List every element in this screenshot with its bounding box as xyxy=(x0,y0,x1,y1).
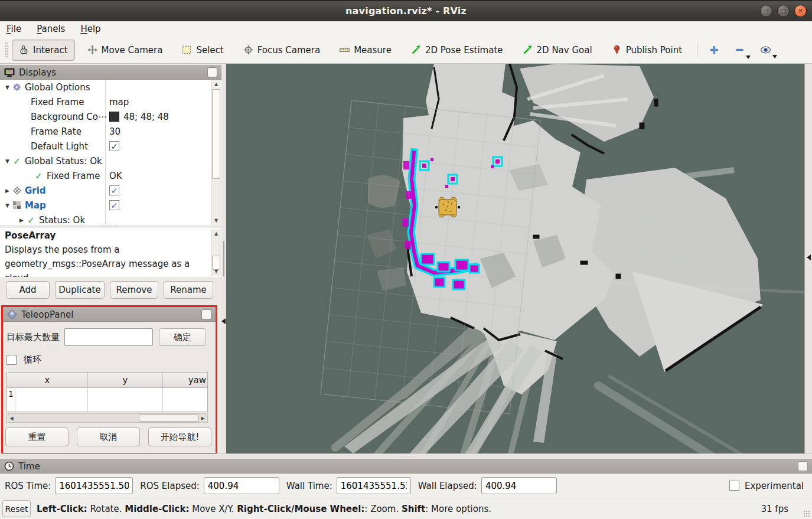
scroll-up-icon[interactable]: ▲ xyxy=(211,229,221,238)
scrollbar-thumb[interactable] xyxy=(139,414,199,422)
fixed-frame-status-value: OK xyxy=(109,168,122,183)
teleop-panel-header[interactable]: TeleopPanel xyxy=(3,307,216,322)
reset-button[interactable]: Reset xyxy=(2,500,31,517)
description-scrollbar[interactable]: ▲ ▼ xyxy=(211,229,221,276)
selection-box-icon xyxy=(182,45,192,55)
display-description-panel: PoseArray Displays the poses from a geom… xyxy=(0,228,221,277)
menu-help[interactable]: Help xyxy=(80,24,100,34)
row-header[interactable]: 1 xyxy=(7,388,15,412)
ros-time-input[interactable] xyxy=(55,477,133,494)
title-bar[interactable]: navigation.rviz* - RViz − □ ✕ xyxy=(0,0,812,21)
minimize-button[interactable]: − xyxy=(760,5,772,17)
cell-y[interactable] xyxy=(88,388,163,412)
ros-elapsed-label: ROS Elapsed: xyxy=(140,481,200,491)
displays-scrollbar[interactable]: ▲ ▼ xyxy=(211,80,221,225)
column-header-yaw[interactable]: yaw xyxy=(163,373,207,388)
interact-tool-button[interactable]: Interact xyxy=(12,40,75,61)
measure-tool-button[interactable]: Measure xyxy=(332,40,399,61)
tree-row-fixed-frame[interactable]: Fixed Frame map xyxy=(0,94,221,109)
tree-row-default-light[interactable]: Default Light ✓ xyxy=(0,139,221,154)
wall-time-label: Wall Time: xyxy=(286,481,332,491)
move-camera-tool-button[interactable]: Move Camera xyxy=(80,40,170,61)
select-tool-button[interactable]: Select xyxy=(175,40,230,61)
add-button[interactable]: Add xyxy=(6,281,50,299)
grid-checkbox[interactable]: ✓ xyxy=(109,185,119,195)
bottom-dock-splitter[interactable]: ······ xyxy=(0,453,812,459)
chevron-down-icon[interactable] xyxy=(746,56,751,59)
color-swatch[interactable] xyxy=(109,112,119,122)
tree-row-background-color[interactable]: Background Co⋯ 48; 48; 48 xyxy=(0,109,221,124)
panel-float-button[interactable] xyxy=(201,309,211,319)
cell-x[interactable] xyxy=(15,388,88,412)
close-button[interactable]: ✕ xyxy=(794,5,807,17)
zoom-out-button[interactable] xyxy=(730,43,749,57)
duplicate-button[interactable]: Duplicate xyxy=(55,281,105,299)
wall-elapsed-input[interactable] xyxy=(481,477,557,494)
frame-rate-value[interactable]: 30 xyxy=(109,124,120,139)
expander-down-icon[interactable]: ▼ xyxy=(4,84,11,90)
chevron-down-icon[interactable] xyxy=(772,55,777,58)
start-navigation-button[interactable]: 开始导航! xyxy=(148,427,211,446)
camera-view-button[interactable] xyxy=(755,43,776,57)
resize-grip[interactable] xyxy=(803,510,810,517)
scroll-up-icon[interactable]: ▲ xyxy=(211,80,221,89)
tree-row-global-status[interactable]: ▼ ✓ Global Status: Ok xyxy=(0,154,221,168)
right-dock-splitter[interactable] xyxy=(804,64,812,453)
maximize-button[interactable]: □ xyxy=(777,5,790,17)
tree-row-frame-rate[interactable]: Frame Rate 30 xyxy=(0,124,221,139)
cell-yaw[interactable] xyxy=(163,388,207,412)
tree-row-fixed-frame-status[interactable]: ✓ Fixed Frame OK xyxy=(0,168,221,183)
grid-display-icon xyxy=(11,186,22,195)
wall-time-input[interactable] xyxy=(337,477,411,494)
nav-goal-tool-button[interactable]: 2D Nav Goal xyxy=(516,40,599,61)
cancel-button[interactable]: 取消 xyxy=(77,427,140,446)
focus-camera-tool-button[interactable]: Focus Camera xyxy=(236,40,327,61)
tree-row-global-options[interactable]: ▼ Global Options xyxy=(0,80,221,94)
clock-icon xyxy=(4,461,14,471)
column-header-y[interactable]: y xyxy=(88,373,163,388)
time-panel-header[interactable]: Time xyxy=(0,459,812,474)
pose-estimate-tool-button[interactable]: 2D Pose Estimate xyxy=(404,40,510,61)
expander-right-icon[interactable]: ▶ xyxy=(4,188,11,194)
ruler-icon xyxy=(340,45,350,55)
map-pin-icon xyxy=(612,45,622,55)
vertical-splitter[interactable] xyxy=(221,64,226,453)
remove-button[interactable]: Remove xyxy=(110,281,158,299)
loop-checkbox[interactable] xyxy=(6,355,17,365)
table-horizontal-scrollbar[interactable]: ◀ ▶ xyxy=(6,413,208,423)
teleop-panel: TeleopPanel 目标最大数量 确定 循环 x y yaw 1 xyxy=(1,305,217,455)
goal-count-input[interactable] xyxy=(64,328,153,346)
panel-float-button[interactable] xyxy=(207,67,217,77)
default-light-checkbox[interactable]: ✓ xyxy=(109,141,119,151)
scroll-down-icon[interactable]: ▼ xyxy=(211,267,221,276)
displays-panel-header[interactable]: Displays xyxy=(0,65,221,80)
scroll-left-icon[interactable]: ◀ xyxy=(7,414,16,422)
render-viewport[interactable] xyxy=(226,64,804,453)
toolbar-separator xyxy=(697,43,697,58)
scrollbar-thumb[interactable] xyxy=(212,89,220,179)
menu-panels[interactable]: Panels xyxy=(37,24,65,34)
fixed-frame-value[interactable]: map xyxy=(109,94,129,109)
collapse-left-icon[interactable] xyxy=(221,318,226,324)
expander-down-icon[interactable]: ▼ xyxy=(4,203,11,208)
reset-goals-button[interactable]: 重置 xyxy=(5,427,69,446)
expander-right-icon[interactable]: ▶ xyxy=(18,217,25,223)
tree-row-grid-display[interactable]: ▶ Grid ✓ xyxy=(0,183,221,198)
background-color-value[interactable]: 48; 48; 48 xyxy=(123,112,169,122)
expander-down-icon[interactable]: ▼ xyxy=(4,158,11,164)
map-checkbox[interactable]: ✓ xyxy=(109,200,119,210)
rename-button[interactable]: Rename xyxy=(164,281,213,299)
menu-file[interactable]: File xyxy=(6,24,21,34)
scroll-right-icon[interactable]: ▶ xyxy=(198,414,207,422)
zoom-in-button[interactable] xyxy=(705,43,724,57)
confirm-button[interactable]: 确定 xyxy=(159,328,206,346)
ros-elapsed-input[interactable] xyxy=(204,477,279,494)
toolbar-drag-handle[interactable] xyxy=(5,42,9,58)
panel-float-button[interactable] xyxy=(798,461,808,471)
scrollbar-track[interactable] xyxy=(16,414,198,422)
publish-point-tool-button[interactable]: Publish Point xyxy=(605,40,689,61)
collapse-left-icon[interactable] xyxy=(807,254,811,260)
column-header-x[interactable]: x xyxy=(7,373,88,388)
experimental-checkbox[interactable] xyxy=(729,481,739,491)
tree-row-map-display[interactable]: ▼ Map ✓ xyxy=(0,198,221,213)
